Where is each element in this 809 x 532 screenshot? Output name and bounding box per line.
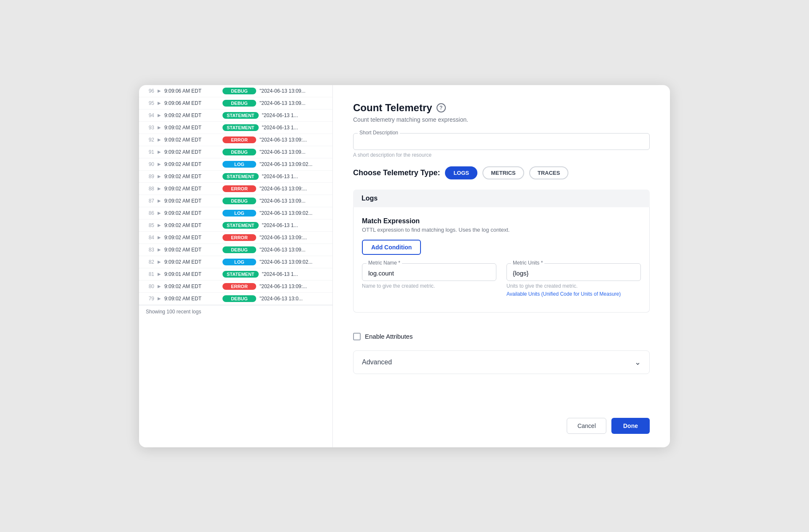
log-num: 86 (144, 210, 154, 216)
log-row[interactable]: 93▶9:09:02 AM EDTSTATEMENT"2024-06-13 1.… (139, 122, 332, 134)
log-num: 96 (144, 88, 154, 94)
cancel-button[interactable]: Cancel (567, 418, 606, 434)
log-num: 91 (144, 149, 154, 155)
log-row[interactable]: 89▶9:09:02 AM EDTSTATEMENT"2024-06-13 1.… (139, 171, 332, 183)
log-time: 9:09:02 AM EDT (164, 247, 219, 253)
log-expand-icon[interactable]: ▶ (158, 235, 161, 240)
log-row[interactable]: 81▶9:09:01 AM EDTSTATEMENT"2024-06-13 1.… (139, 268, 332, 281)
done-button[interactable]: Done (611, 418, 650, 434)
log-time: 9:09:02 AM EDT (164, 210, 219, 216)
log-row[interactable]: 88▶9:09:02 AM EDTERROR"2024-06-13 13:09:… (139, 183, 332, 195)
log-text: "2024-06-13 1... (262, 112, 298, 118)
add-condition-button[interactable]: Add Condition (362, 240, 421, 255)
enable-attributes-checkbox[interactable] (353, 333, 361, 340)
log-num: 87 (144, 198, 154, 204)
log-row[interactable]: 80▶9:09:02 AM EDTERROR"2024-06-13 13:09:… (139, 281, 332, 293)
metric-units-label: Metric Units * (511, 260, 544, 266)
log-time: 9:09:06 AM EDT (164, 100, 219, 106)
log-row[interactable]: 83▶9:09:02 AM EDTDEBUG"2024-06-13 13:09.… (139, 244, 332, 256)
log-expand-icon[interactable]: ▶ (158, 296, 161, 301)
log-badge: ERROR (222, 185, 256, 192)
log-num: 94 (144, 112, 154, 118)
log-row[interactable]: 92▶9:09:02 AM EDTERROR"2024-06-13 13:09:… (139, 134, 332, 146)
log-expand-icon[interactable]: ▶ (158, 211, 161, 215)
log-row[interactable]: 91▶9:09:02 AM EDTDEBUG"2024-06-13 13:09.… (139, 146, 332, 158)
log-row[interactable]: 95▶9:09:06 AM EDTDEBUG"2024-06-13 13:09.… (139, 97, 332, 110)
log-row[interactable]: 96▶9:09:06 AM EDTDEBUG"2024-06-13 13:09.… (139, 85, 332, 97)
advanced-section[interactable]: Advanced ⌄ (353, 350, 650, 374)
log-badge: ERROR (222, 136, 256, 143)
log-num: 89 (144, 174, 154, 179)
log-expand-icon[interactable]: ▶ (158, 101, 161, 105)
metric-units-wrapper: Metric Units * (506, 263, 641, 281)
log-expand-icon[interactable]: ▶ (158, 186, 161, 191)
log-expand-icon[interactable]: ▶ (158, 137, 161, 142)
log-text: "2024-06-13 13:09... (260, 100, 305, 106)
metric-name-wrapper: Metric Name * (362, 263, 496, 281)
log-text: "2024-06-13 13:0... (260, 296, 303, 302)
log-text: "2024-06-13 13:09... (260, 198, 305, 204)
log-row[interactable]: 84▶9:09:02 AM EDTERROR"2024-06-13 13:09:… (139, 232, 332, 244)
match-expression-title: Match Expression (362, 217, 641, 225)
log-text: "2024-06-13 13:09:... (260, 283, 307, 289)
metric-units-hint: Units to give the created metric. (506, 283, 641, 289)
log-expand-icon[interactable]: ▶ (158, 162, 161, 166)
log-time: 9:09:02 AM EDT (164, 198, 219, 204)
telemetry-type-label: Choose Telemetry Type: (353, 168, 440, 177)
log-badge: STATEMENT (222, 173, 259, 180)
metric-name-field: Metric Name * Name to give the created m… (362, 263, 496, 297)
log-row[interactable]: 82▶9:09:02 AM EDTLOG"2024-06-13 13:09:02… (139, 256, 332, 268)
log-text: "2024-06-13 13:09:02... (260, 161, 313, 167)
footer-buttons: Cancel Done (353, 418, 650, 434)
log-badge: STATEMENT (222, 222, 259, 229)
metric-units-input[interactable] (513, 270, 635, 277)
log-row[interactable]: 90▶9:09:02 AM EDTLOG"2024-06-13 13:09:02… (139, 158, 332, 171)
log-expand-icon[interactable]: ▶ (158, 223, 161, 227)
log-text: "2024-06-13 13:09... (260, 149, 305, 155)
log-num: 82 (144, 259, 154, 265)
log-time: 9:09:02 AM EDT (164, 283, 219, 289)
log-num: 84 (144, 235, 154, 241)
log-expand-icon[interactable]: ▶ (158, 198, 161, 203)
log-row[interactable]: 86▶9:09:02 AM EDTLOG"2024-06-13 13:09:02… (139, 207, 332, 219)
log-expand-icon[interactable]: ▶ (158, 284, 161, 289)
log-num: 85 (144, 222, 154, 228)
log-expand-icon[interactable]: ▶ (158, 272, 161, 276)
log-row[interactable]: 94▶9:09:02 AM EDTSTATEMENT"2024-06-13 1.… (139, 110, 332, 122)
log-expand-icon[interactable]: ▶ (158, 113, 161, 118)
title-row: Count Telemetry ? (353, 102, 650, 114)
log-expand-icon[interactable]: ▶ (158, 174, 161, 179)
telemetry-type-metrics-button[interactable]: METRICS (482, 166, 524, 179)
log-footer: Showing 100 recent logs (139, 305, 332, 318)
log-row[interactable]: 79▶9:09:02 AM EDTDEBUG"2024-06-13 13:0..… (139, 293, 332, 305)
logs-section: Logs Match Expression OTTL expression to… (353, 190, 650, 323)
chevron-down-icon: ⌄ (635, 358, 641, 367)
log-expand-icon[interactable]: ▶ (158, 247, 161, 252)
log-expand-icon[interactable]: ▶ (158, 150, 161, 154)
short-description-input[interactable] (359, 139, 643, 146)
help-icon[interactable]: ? (437, 103, 446, 112)
telemetry-type-logs-button[interactable]: LOGS (445, 166, 477, 179)
log-time: 9:09:02 AM EDT (164, 259, 219, 265)
left-panel: 96▶9:09:06 AM EDTDEBUG"2024-06-13 13:09.… (139, 85, 333, 447)
log-row[interactable]: 87▶9:09:02 AM EDTDEBUG"2024-06-13 13:09.… (139, 195, 332, 207)
log-expand-icon[interactable]: ▶ (158, 125, 161, 130)
log-text: "2024-06-13 13:09:... (260, 186, 307, 192)
log-time: 9:09:02 AM EDT (164, 112, 219, 118)
log-badge: LOG (222, 259, 256, 265)
log-badge: LOG (222, 161, 256, 168)
panel-subtitle: Count telemetry matching some expression… (353, 116, 650, 123)
log-text: "2024-06-13 13:09:... (260, 137, 307, 143)
log-row[interactable]: 85▶9:09:02 AM EDTSTATEMENT"2024-06-13 1.… (139, 219, 332, 232)
log-expand-icon[interactable]: ▶ (158, 259, 161, 264)
enable-attributes-label: Enable Attributes (365, 333, 413, 340)
log-footer-text: Showing 100 recent logs (146, 309, 201, 315)
telemetry-type-traces-button[interactable]: TRACES (529, 166, 568, 179)
advanced-label: Advanced (362, 358, 392, 366)
log-badge: DEBUG (222, 198, 256, 204)
metric-units-link[interactable]: Available Units (Unified Code for Units … (506, 291, 641, 297)
metric-units-field: Metric Units * Units to give the created… (506, 263, 641, 297)
metric-name-hint: Name to give the created metric. (362, 283, 496, 289)
metric-name-input[interactable] (368, 270, 490, 277)
log-expand-icon[interactable]: ▶ (158, 88, 161, 93)
